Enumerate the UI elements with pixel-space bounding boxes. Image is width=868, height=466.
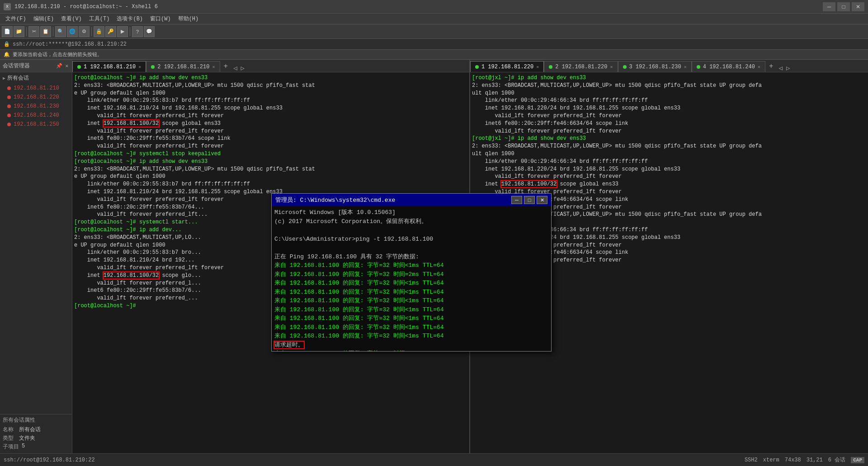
tab-left-2[interactable]: 2 192.168.81.210 ✕ xyxy=(146,61,220,72)
terminal-line: ult qlen 1000 xyxy=(472,150,866,158)
ssh-icon: 🔒 xyxy=(4,41,10,47)
cmd-content[interactable]: Microsoft Windows [版本 10.0.15063] (c) 20… xyxy=(272,206,551,351)
addressbar: 🔒 ssh://root:******@192.168.81.210:22 xyxy=(0,39,868,50)
minimize-button[interactable]: ─ xyxy=(823,2,835,11)
terminal-line: [root@localhost ~]# ip add show dev ens3… xyxy=(74,158,467,166)
cmd-line xyxy=(274,226,548,235)
toolbar: 📄 📁 ✂ 📋 🔍 🌐 ⚙ 🔒 🔑 ▶ ? 💬 xyxy=(0,24,868,39)
toolbar-help[interactable]: ? xyxy=(132,26,143,37)
toolbar-new[interactable]: 📄 xyxy=(2,26,13,37)
cmd-line: 来自 192.168.81.100 的回复: 字节=32 时间<1ms TTL=… xyxy=(274,296,548,305)
session-status-dot xyxy=(7,105,11,108)
terminal-line-highlight-r: inet 192.168.81.100/32 scope global ens3… xyxy=(472,181,866,188)
session-status-dot xyxy=(7,86,11,90)
toolbar-chat[interactable]: 💬 xyxy=(144,26,155,37)
sidebar-pin[interactable]: 📌 xyxy=(55,63,63,69)
tab-close-icon[interactable]: ✕ xyxy=(138,64,141,70)
toolbar-cut[interactable]: ✂ xyxy=(28,26,39,37)
sidebar-item-210[interactable]: 192.168.81.210 xyxy=(0,84,72,93)
tab-right-2[interactable]: 2 192.168.81.220 ✕ xyxy=(544,61,618,72)
tab-dot xyxy=(549,65,552,69)
tab-nav-right-right[interactable]: ▷ xyxy=(784,64,792,72)
tab-right-1[interactable]: 1 192.168.81.220 ✕ xyxy=(470,61,544,72)
toolbar-settings[interactable]: ⚙ xyxy=(79,26,90,37)
menu-window[interactable]: 窗口(W) xyxy=(146,14,175,24)
menu-help[interactable]: 帮助(H) xyxy=(175,14,203,24)
cmd-minimize[interactable]: ─ xyxy=(511,196,522,204)
titlebar: X 192.168.81.210 - root@localhost:~ - Xs… xyxy=(0,0,868,14)
properties-panel: 所有会话属性 名称 所有会话 类型 文件夹 子项目 5 xyxy=(0,414,72,453)
sidebar-item-250[interactable]: 192.168.81.250 xyxy=(0,120,72,129)
sidebar-item-220[interactable]: 192.168.81.220 xyxy=(0,93,72,102)
tab-right-3[interactable]: 3 192.168.81.230 ✕ xyxy=(618,61,692,72)
sidebar-group-all-sessions[interactable]: ▶ 所有会话 xyxy=(0,72,72,84)
toolbar-key[interactable]: 🔑 xyxy=(105,26,116,37)
sidebar-item-label: 192.168.81.250 xyxy=(14,121,59,128)
tab-close-icon[interactable]: ✕ xyxy=(758,64,760,70)
tab-nav-left[interactable]: ◁ xyxy=(231,64,239,72)
tab-close-icon[interactable]: ✕ xyxy=(684,64,687,70)
cmd-line: (c) 2017 Microsoft Corporation。保留所有权利。 xyxy=(274,217,548,226)
sidebar-item-230[interactable]: 192.168.81.230 xyxy=(0,102,72,111)
tab-nav-left-right[interactable]: ◁ xyxy=(777,64,784,72)
tab-label: 2 192.168.81.220 xyxy=(555,64,607,70)
toolbar-terminal[interactable]: ▶ xyxy=(117,26,128,37)
terminal-line: e UP group default qlen 1000 xyxy=(74,90,467,97)
toolbar-search[interactable]: 🔍 xyxy=(55,26,66,37)
session-status-dot xyxy=(7,123,11,126)
toolbar-sep-3 xyxy=(91,27,92,36)
tab-add-button[interactable]: + xyxy=(220,61,232,72)
prop-value-count: 5 xyxy=(22,443,25,451)
menu-tools[interactable]: 工具(T) xyxy=(85,14,113,24)
terminal-line: inet 192.168.81.220/24 brd 192.168.81.25… xyxy=(472,166,866,173)
sidebar-item-240[interactable]: 192.168.81.240 xyxy=(0,111,72,120)
status-position: 31,21 xyxy=(807,457,823,463)
menu-tabs[interactable]: 选项卡(B) xyxy=(113,14,146,24)
ip-highlight-2: 192.168.81.100/32 xyxy=(104,272,159,279)
menu-file[interactable]: 文件(F) xyxy=(2,14,30,24)
terminal-line: inet6 fe80::20c:29ff:fe46:6634/64 scope … xyxy=(472,120,866,128)
toolbar-copy[interactable]: 📋 xyxy=(40,26,51,37)
properties-title: 所有会话属性 xyxy=(3,416,69,424)
tab-close-icon[interactable]: ✕ xyxy=(610,64,613,70)
terminal-line: inet 192.168.81.220/24 brd 192.168.81.25… xyxy=(472,105,866,112)
terminal-line: valid_lft forever preferred_lft forever xyxy=(74,112,467,120)
status-sessions: 6 会话 xyxy=(828,456,845,464)
menu-view[interactable]: 查看(V) xyxy=(57,14,85,24)
tab-dot xyxy=(77,65,81,69)
prop-row-count: 子项目 5 xyxy=(3,443,69,451)
toolbar-sep-1 xyxy=(26,27,27,36)
terminal-line: link/ether 00:0c:29:55:83:b7 brd ff:ff:f… xyxy=(74,181,467,188)
sidebar-close[interactable]: ✕ xyxy=(64,63,69,69)
statusbar: ssh://root@192.168.81.210:22 SSH2 xterm … xyxy=(0,453,868,466)
sidebar-item-label: 192.168.81.240 xyxy=(14,112,59,119)
tab-left-1[interactable]: 1 192.168.81.210 ✕ xyxy=(72,61,146,72)
terminal-line: [root@localhost ~]# ip add show dev ens3… xyxy=(74,74,467,82)
close-button[interactable]: ✕ xyxy=(852,2,864,11)
tab-close-icon[interactable]: ✕ xyxy=(536,64,539,70)
tab-close-icon[interactable]: ✕ xyxy=(212,64,215,70)
tab-right-4[interactable]: 4 192.168.81.240 ✕ xyxy=(692,61,765,72)
terminal-line: 2: ens33: <BROADCAST,MULTICAST,UP,LOWER_… xyxy=(472,82,866,90)
cmd-maximize[interactable]: □ xyxy=(524,196,535,204)
tab-add-button-right[interactable]: + xyxy=(765,61,777,72)
cmd-line xyxy=(274,243,548,252)
terminal-line: valid_lft forever preferred_lft forever xyxy=(472,112,866,120)
tab-label: 2 192.168.81.210 xyxy=(157,64,209,70)
cmd-window: 管理员: C:\Windows\system32\cmd.exe ─ □ ✕ M… xyxy=(271,193,552,352)
terminal-line: 2: ens33: <BROADCAST,MULTICAST,UP,LOWER_… xyxy=(74,166,467,173)
terminal-line: [root@jxl ~]# ip add show dev ens33 xyxy=(472,135,866,143)
maximize-button[interactable]: □ xyxy=(837,2,850,11)
toolbar-globe[interactable]: 🌐 xyxy=(67,26,78,37)
toolbar-lock[interactable]: 🔒 xyxy=(94,26,104,37)
prop-row-type: 类型 文件夹 xyxy=(3,434,69,442)
menubar: 文件(F) 编辑(E) 查看(V) 工具(T) 选项卡(B) 窗口(W) 帮助(… xyxy=(0,14,868,24)
cmd-close[interactable]: ✕ xyxy=(537,196,547,204)
tab-nav-right[interactable]: ▷ xyxy=(239,64,246,72)
sidebar: 会话管理器 📌 ✕ ▶ 所有会话 192.168.81.210 192.168.… xyxy=(0,60,72,453)
cmd-controls: ─ □ ✕ xyxy=(511,196,547,204)
notifbar-text: 要添加当前会话，点击左侧的箭头按钮。 xyxy=(13,51,102,58)
status-cap-badge: CAP xyxy=(851,457,864,463)
menu-edit[interactable]: 编辑(E) xyxy=(30,14,58,24)
toolbar-open[interactable]: 📁 xyxy=(14,26,24,37)
